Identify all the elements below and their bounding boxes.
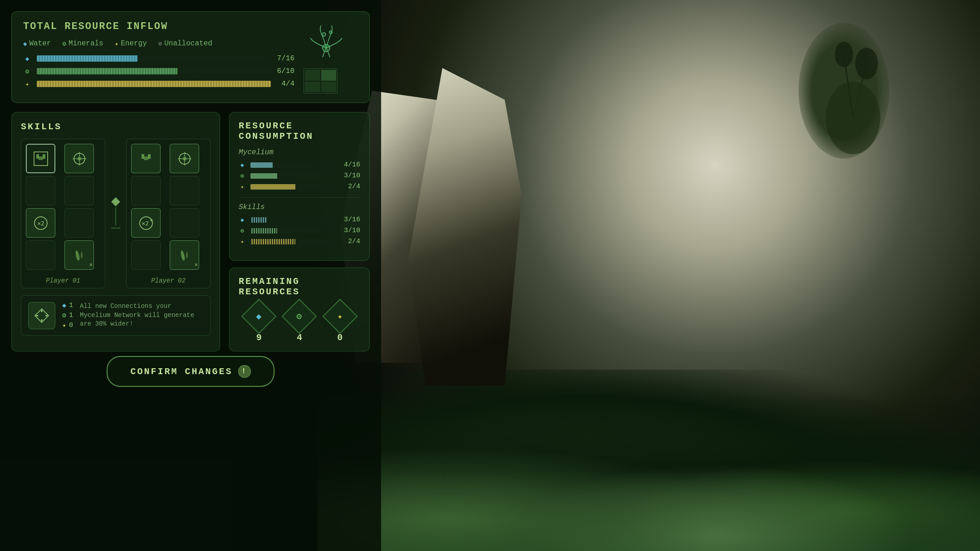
skill-cell-p1-2[interactable] [64, 144, 94, 173]
right-panels: RESOURCE CONSUMPTION Mycelium ◆ 4/16 ⚙ [229, 112, 370, 351]
stat-water: ◆ 1 [62, 301, 73, 310]
mycelium-water-icon: ◆ [239, 161, 246, 169]
skills-water-fill [250, 217, 267, 223]
energy-bar-icon: ✦ [23, 80, 31, 88]
x2-skill-icon: ×2 [32, 214, 50, 232]
svg-rect-21 [144, 156, 148, 160]
mycelium-minerals-value: 3/10 [344, 172, 360, 180]
mini-map [304, 68, 338, 93]
svg-point-7 [322, 33, 326, 36]
stat-minerals-icon: ⚙ [62, 311, 66, 320]
remaining-minerals-icon: ⚙ [282, 299, 317, 334]
energy-bar-value: 4/4 [276, 80, 294, 88]
connector-line [115, 207, 116, 225]
skills-connector [109, 139, 122, 288]
remaining-title: REMAINING RESOURCES [239, 276, 360, 297]
skill-cell-p1-1[interactable] [26, 144, 55, 173]
skills-energy-track [250, 239, 340, 244]
water-diamond-icon: ◆ [256, 311, 262, 322]
connector-diamond-top [111, 197, 120, 206]
svg-point-16 [78, 157, 81, 161]
skills-energy-fill [250, 239, 295, 244]
water-bar-track [37, 55, 271, 62]
legend-minerals: ⚙ Minerals [62, 39, 103, 48]
resource-inflow-panel: TOTAL RESOURCE INFLOW ◆ Water ⚙ Minerals… [11, 11, 370, 103]
ui-panel: TOTAL RESOURCE INFLOW ◆ Water ⚙ Minerals… [0, 0, 381, 551]
minerals-dot-icon: ⚙ [62, 40, 66, 48]
skills-minerals-value: 3/10 [344, 227, 360, 234]
player2-skill-grid: ×2 + × [131, 144, 206, 270]
remaining-energy-icon: ✦ [322, 299, 358, 334]
inflow-title: TOTAL RESOURCE INFLOW [23, 21, 294, 33]
mycelium-minerals-row: ⚙ 3/10 [239, 172, 360, 180]
skills-grid-container: ×2 × [21, 139, 211, 288]
remaining-resources-grid: ◆ 9 ⚙ 4 ✦ 0 [239, 304, 360, 343]
map-cell-active [321, 70, 337, 81]
mycelium-section: Mycelium ◆ 4/16 ⚙ 3/10 [239, 148, 360, 190]
svg-rect-12 [39, 156, 43, 160]
skill-cell-p2-5[interactable]: ×2 + [131, 208, 161, 238]
main-content: SKILLS [11, 112, 370, 351]
mycelium-energy-track [250, 184, 340, 190]
skill-cell-p2-8[interactable]: × [170, 240, 199, 270]
svg-text:×2: ×2 [37, 220, 44, 227]
stat-water-icon: ◆ [62, 301, 66, 310]
water-bar-icon: ◆ [23, 55, 31, 63]
map-cell [305, 82, 320, 93]
skill-cell-p2-4[interactable] [170, 176, 199, 205]
skills-minerals-fill [250, 228, 277, 234]
skill-info-box: ◆ 1 ⚙ 1 ✦ 0 All new Connections your Myc… [21, 295, 211, 336]
skills-minerals-icon: ⚙ [239, 227, 246, 234]
water-bar-value: 7/16 [276, 54, 294, 63]
mycelium-energy-fill [250, 184, 295, 190]
player2-label: Player 02 [151, 277, 186, 284]
skill-cell-p2-1[interactable] [131, 144, 161, 173]
skill-cell-p1-6[interactable] [64, 208, 94, 238]
mycelium-minerals-icon: ⚙ [239, 172, 246, 180]
minerals-bar-track [37, 68, 271, 74]
minerals-diamond-icon: ⚙ [297, 311, 302, 322]
resource-consumption-panel: RESOURCE CONSUMPTION Mycelium ◆ 4/16 ⚙ [229, 112, 370, 261]
mycelium-energy-value: 2/4 [344, 183, 360, 190]
skill-cell-p2-6[interactable] [170, 208, 199, 238]
stat-energy: ✦ 0 [62, 321, 73, 330]
svg-point-4 [835, 42, 853, 67]
skill-cell-p2-3[interactable] [131, 176, 161, 205]
mycelium-water-fill [250, 162, 273, 168]
mycelium-water-track [250, 162, 339, 168]
skills-energy-row: ✦ 2/4 [239, 238, 360, 245]
confirm-warning-icon: ! [238, 365, 251, 378]
stat-minerals: ⚙ 1 [62, 311, 73, 320]
remaining-water-icon: ◆ [241, 299, 277, 334]
minerals-bar-icon: ⚙ [23, 68, 31, 75]
player1-label: Player 01 [46, 277, 80, 284]
x2-skill-container: ×2 [26, 209, 55, 237]
stat-energy-value: 0 [69, 322, 73, 329]
energy-diamond-icon: ✦ [337, 311, 343, 322]
skill-cell-p1-3[interactable] [26, 176, 55, 205]
minerals-bar-row: ⚙ 6/10 [23, 67, 294, 75]
skill-cell-p2-2[interactable] [170, 144, 199, 173]
stat-minerals-value: 1 [69, 312, 73, 319]
confirm-button-container: CONFIRM CHANGES ! [11, 356, 370, 387]
section-divider [239, 197, 360, 198]
stat-water-value: 1 [69, 302, 73, 309]
skill-cell-p2-7[interactable] [131, 240, 161, 270]
skill-cell-p1-8[interactable]: × [64, 240, 94, 270]
svg-text:×2: ×2 [142, 220, 149, 227]
energy-dot-icon: ✦ [115, 40, 118, 48]
svg-point-6 [323, 44, 330, 52]
footprint-x-badge-p2: × [195, 262, 198, 268]
skill-cell-p1-7[interactable] [26, 240, 55, 270]
plant-svg [808, 27, 898, 154]
skill-cell-p1-5[interactable]: ×2 [26, 208, 55, 238]
energy-bar-row: ✦ 4/4 [23, 80, 294, 88]
movement-skill-icon [33, 307, 51, 325]
confirm-changes-button[interactable]: CONFIRM CHANGES ! [107, 356, 274, 387]
skills-water-track [250, 217, 339, 223]
remaining-water-value: 9 [256, 332, 262, 343]
svg-text:+: + [150, 217, 153, 224]
remaining-minerals: ⚙ 4 [287, 304, 312, 343]
skill-cell-p1-4[interactable] [64, 176, 94, 205]
remaining-energy: ✦ 0 [328, 304, 353, 343]
